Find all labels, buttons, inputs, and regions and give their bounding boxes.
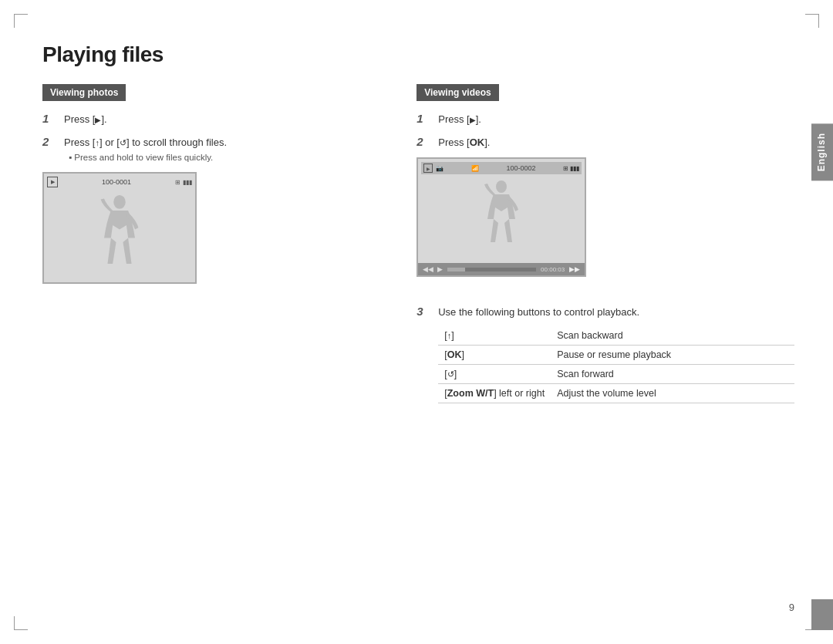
step-text-right-1: Press [▶]. <box>438 112 794 127</box>
photo-grid-icon: ⊞ <box>175 179 180 186</box>
corner-mark-tr <box>805 14 819 28</box>
corner-mark-tl <box>14 14 28 28</box>
step-right-1: 1 Press [▶]. <box>416 112 794 127</box>
step-num-left-2: 2 <box>42 135 56 148</box>
video-screen-topbar: ▶ 📷 📶 100-0002 ⊞ ▮▮▮ <box>421 162 582 174</box>
control-row-1: [OK] Pause or resume playback <box>438 345 794 364</box>
step-num-right-2: 2 <box>416 135 430 148</box>
svg-point-1 <box>496 180 507 193</box>
photo-icons-right: ⊞ ▮▮▮ <box>175 179 192 186</box>
video-rewind-icon: ◀◀ <box>423 265 433 273</box>
step-right-3: 3 Use the following buttons to control p… <box>416 305 794 403</box>
video-file-info: 100-0002 <box>507 164 536 172</box>
photo-screen-mockup: ▶ 100-0001 ⊞ ▮▮▮ <box>42 172 197 284</box>
step-content-left-2: Press [↑] or [↺] to scroll through files… <box>64 135 386 165</box>
control-action-1: Pause or resume playback <box>551 345 794 364</box>
language-tab: English <box>811 123 833 180</box>
photo-battery-icon: ▮▮▮ <box>183 179 192 186</box>
control-action-3: Adjust the volume level <box>551 383 794 403</box>
video-progress-track <box>447 268 536 271</box>
step-text-left-1: Press [▶]. <box>64 112 386 127</box>
viewing-videos-section: Viewing videos 1 Press [▶]. 2 Press [OK]… <box>416 84 794 411</box>
bottom-accent-bar <box>811 599 833 630</box>
step-num-left-1: 1 <box>42 112 56 125</box>
step-num-right-1: 1 <box>416 112 430 125</box>
step-text-right-3: Use the following buttons to control pla… <box>438 305 794 320</box>
control-key-1: [OK] <box>438 345 551 364</box>
viewing-videos-header: Viewing videos <box>416 84 498 101</box>
columns-container: Viewing photos 1 Press [▶]. 2 Press [↑] … <box>42 84 794 411</box>
video-time: 00:00:03 <box>541 266 565 273</box>
step-subnote-left-2: Press and hold to view files quickly. <box>69 151 386 164</box>
video-silhouette <box>477 180 527 252</box>
video-screen-mockup: ▶ 📷 📶 100-0002 ⊞ ▮▮▮ <box>416 157 586 277</box>
corner-mark-bl <box>14 616 28 630</box>
control-row-3: [Zoom W/T] left or right Adjust the volu… <box>438 383 794 403</box>
photo-file-info: 100-0001 <box>102 178 131 186</box>
page-title: Playing files <box>42 42 794 67</box>
video-ctrl-left: ◀◀ ▶ <box>423 265 443 273</box>
control-row-2: [↺] Scan forward <box>438 364 794 383</box>
video-grid-icon: ⊞ <box>563 165 568 172</box>
photo-play-icon: ▶ <box>47 177 58 187</box>
step-content-right-3: Use the following buttons to control pla… <box>438 305 794 403</box>
control-key-3: [Zoom W/T] left or right <box>438 383 551 403</box>
photo-silhouette <box>89 195 150 275</box>
step-content-left-1: Press [▶]. <box>64 112 386 127</box>
step-text-left-2: Press [↑] or [↺] to scroll through files… <box>64 135 386 150</box>
step-text-right-2: Press [OK]. <box>438 135 794 150</box>
control-row-0: [↑] Scan backward <box>438 326 794 346</box>
control-action-0: Scan backward <box>551 326 794 346</box>
viewing-photos-header: Viewing photos <box>42 84 126 101</box>
video-ff-icon: ▶▶ <box>569 265 580 273</box>
video-bottom-bar: ◀◀ ▶ 00:00:03 ▶▶ <box>418 263 585 275</box>
viewing-photos-section: Viewing photos 1 Press [▶]. 2 Press [↑] … <box>42 84 386 411</box>
controls-table-body: [↑] Scan backward [OK] Pause or resume p… <box>438 326 794 403</box>
step-content-right-2: Press [OK]. <box>438 135 794 150</box>
step-left-1: 1 Press [▶]. <box>42 112 386 127</box>
controls-table: [↑] Scan backward [OK] Pause or resume p… <box>438 326 794 403</box>
video-play-icon-sm: ▶ <box>423 164 433 173</box>
step-right-2: 2 Press [OK]. <box>416 135 794 150</box>
svg-point-0 <box>113 195 126 209</box>
video-battery-icon: ▮▮▮ <box>570 165 579 172</box>
video-progress-fill <box>447 268 465 271</box>
control-action-2: Scan forward <box>551 364 794 383</box>
control-key-0: [↑] <box>438 326 551 346</box>
video-cam-icon: 📷 <box>436 165 443 172</box>
video-signal-icon: 📶 <box>471 165 479 172</box>
video-forward-icon: ▶ <box>437 265 443 273</box>
video-icons-right: ⊞ ▮▮▮ <box>563 165 579 172</box>
step-content-right-1: Press [▶]. <box>438 112 794 127</box>
step-left-2: 2 Press [↑] or [↺] to scroll through fil… <box>42 135 386 165</box>
step-num-right-3: 3 <box>416 305 430 318</box>
control-key-2: [↺] <box>438 364 551 383</box>
main-content: Playing files Viewing photos 1 Press [▶]… <box>42 42 794 605</box>
photo-screen-topbar: ▶ 100-0001 ⊞ ▮▮▮ <box>47 177 192 187</box>
